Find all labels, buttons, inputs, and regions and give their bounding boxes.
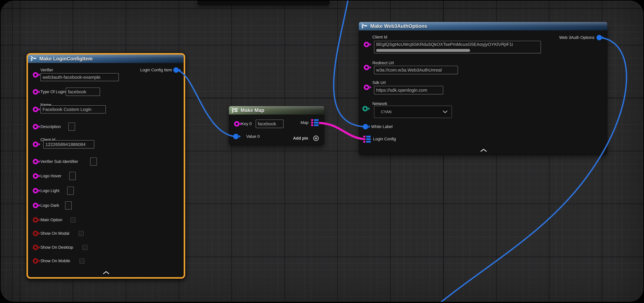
pin-web3auth-options-output[interactable] [596,35,602,40]
add-pin-button[interactable] [313,135,319,141]
pin-label-verifier: Verifier [40,68,53,72]
pin-name[interactable] [33,107,38,112]
logo-dark-field[interactable] [65,202,72,210]
client-id-scrollbar[interactable] [376,49,470,52]
pin-client-id[interactable] [33,142,38,147]
pin-label-sdk-url: Sdk Url [372,80,386,85]
pin-label-verifier-sub-identifier: Verifier Sub Identifier [40,159,78,164]
verifier-field[interactable]: web3auth-facebook-example [40,73,119,81]
pin-white-label[interactable] [363,124,368,130]
pin-label-web3auth-options: Web 3Auth Options [559,35,594,40]
type-of-login-field[interactable]: facebook [66,88,100,96]
pin-description[interactable] [33,124,38,130]
add-pin-label: Add pin [293,136,308,141]
pin-label-white-label: White Label [371,124,393,129]
node-title: Make LoginConfigItem [40,56,92,62]
pin-network[interactable] [362,106,368,111]
pin-label-network: Network [372,102,387,106]
pin-main-option[interactable] [33,217,38,222]
logo-hover-field[interactable] [69,172,76,180]
node-header[interactable]: Make LoginConfigItem [28,54,184,63]
pin-label-show-on-modal: Show On Modal [40,231,69,236]
client-id-field[interactable]: 1222658941886084 [43,140,94,148]
pin-label-logo-dark: Logo Dark [40,203,59,208]
chevron-down-icon [442,110,448,113]
wire-map-to-loginconfig [319,123,363,139]
pin-client-id[interactable] [364,42,369,47]
pin-label-logo-hover: Logo Hover [40,174,62,178]
pin-map-output[interactable] [311,119,319,126]
pin-key-0[interactable] [234,121,240,126]
show-on-modal-checkbox[interactable] [78,231,84,236]
pin-show-on-mobile[interactable] [33,258,38,264]
pin-logo-hover[interactable] [33,173,38,179]
make-map-icon [232,108,238,113]
network-value: CYAN [381,110,392,114]
pin-label-map: Map [300,120,308,125]
pin-logo-dark[interactable] [33,203,38,208]
pin-value-0[interactable] [233,134,238,139]
pin-label-description: Description [40,124,61,129]
pin-sdk-url[interactable] [364,84,369,90]
node-title: Make Map [241,108,264,113]
make-struct-icon [362,24,368,29]
node-header[interactable]: Make Map [229,106,324,114]
make-struct-icon [31,56,37,61]
redirect-url-field[interactable]: w3a://com.w3a.Web3AuthUnreal [374,66,458,74]
pin-label-value-0: Value 0 [246,134,260,139]
verifier-sub-identifier-field[interactable] [90,158,97,166]
node-header[interactable]: Make Web3AuthOptions [359,22,607,30]
sdk-url-field[interactable]: https://sdk.openlogin.com [374,86,443,94]
logo-light-field[interactable] [67,187,74,195]
collapse-node-chevron[interactable] [103,271,110,274]
pin-label-show-on-mobile: Show On Mobile [40,259,70,263]
pin-show-on-desktop[interactable] [33,245,38,250]
pin-label-key-0: Key 0 [241,122,252,126]
node-make-loginconfigitem[interactable]: Make LoginConfigItem [26,53,185,279]
pin-label-login-config: Login Config [373,137,396,142]
pin-logo-light[interactable] [33,188,38,194]
pin-type-of-login[interactable] [33,89,38,94]
pin-login-config-item-output[interactable] [173,67,179,73]
blueprint-editor: Make LoginConfigItem Make Map [0,0,644,303]
pin-label-client-id: Client Id [372,35,387,40]
description-field[interactable] [68,123,75,131]
main-option-checkbox[interactable] [70,218,76,222]
show-on-mobile-checkbox[interactable] [80,258,84,264]
pin-label-login-config-item: Login Config Item [140,68,172,72]
pin-label-redirect-url: Redirect Url [372,61,394,66]
pin-label-show-on-desktop: Show On Desktop [40,245,73,250]
pin-label-main-option: Main Option [40,218,62,222]
show-on-desktop-checkbox[interactable] [82,245,87,250]
pin-label-logo-light: Logo Light [40,188,60,193]
graph-canvas[interactable]: Make LoginConfigItem Make Map [0,0,644,302]
pin-show-on-modal[interactable] [33,231,38,236]
key-0-field[interactable]: facebook [256,120,284,128]
offscreen-node-fragment[interactable] [198,0,330,5]
pin-label-type-of-login: Type Of Login [40,90,66,94]
pin-login-config[interactable] [363,136,371,143]
node-title: Make Web3AuthOptions [370,23,427,29]
name-field[interactable]: Facebook Custom Login [40,105,106,114]
collapse-node-chevron[interactable] [480,149,487,152]
pin-redirect-url[interactable] [364,65,369,70]
pin-verifier[interactable] [33,72,38,78]
network-dropdown[interactable]: CYAN [374,106,452,118]
pin-verifier-sub-identifier[interactable] [33,159,38,164]
